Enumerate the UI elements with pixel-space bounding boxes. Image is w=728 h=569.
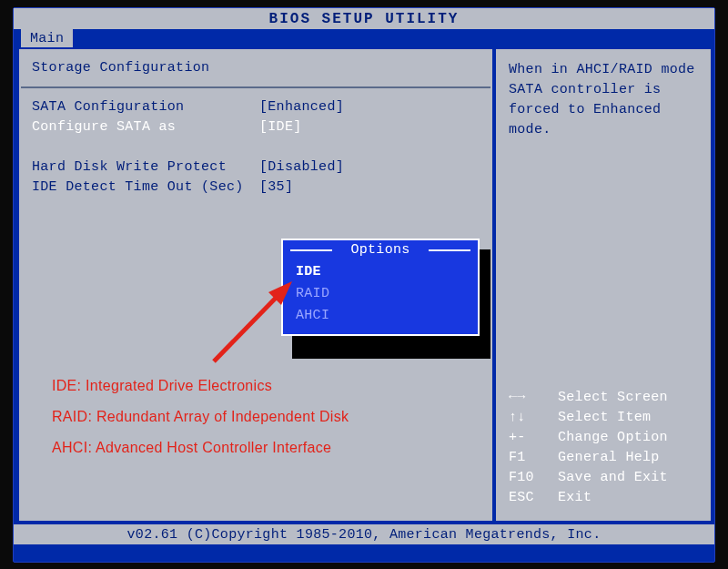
key-symbol: F10 bbox=[509, 468, 558, 488]
tab-label: Main bbox=[30, 31, 64, 46]
key-desc: Select Screen bbox=[558, 388, 668, 408]
row-ide-timeout[interactable]: IDE Detect Time Out (Sec) [35] bbox=[32, 178, 480, 198]
spacer bbox=[32, 137, 480, 157]
tab-main[interactable]: Main bbox=[21, 29, 73, 47]
label-hd-write-protect: Hard Disk Write Protect bbox=[32, 157, 259, 178]
label-ide-timeout: IDE Detect Time Out (Sec) bbox=[32, 178, 259, 198]
title-bar: BIOS SETUP UTILITY bbox=[14, 8, 714, 29]
tab-row: Main bbox=[14, 29, 714, 49]
popup-item-ide[interactable]: IDE bbox=[283, 261, 478, 283]
value-sata-configuration: [Enhanced] bbox=[259, 97, 344, 117]
row-hd-write-protect[interactable]: Hard Disk Write Protect [Disabled] bbox=[32, 157, 480, 178]
row-sata-configuration[interactable]: SATA Configuration [Enhanced] bbox=[32, 97, 480, 117]
bios-screen: BIOS SETUP UTILITY Main Storage Configur… bbox=[13, 7, 715, 563]
value-ide-timeout: [35] bbox=[259, 178, 293, 198]
divider bbox=[21, 86, 490, 88]
popup-title: Options bbox=[283, 240, 478, 261]
value-configure-sata-as: [IDE] bbox=[259, 117, 302, 137]
key-symbol: ←→ bbox=[509, 388, 558, 408]
settings-panel: Storage Configuration SATA Configuration… bbox=[19, 49, 492, 521]
key-change-option: +- Change Option bbox=[509, 428, 702, 448]
key-general-help: F1 General Help bbox=[509, 448, 702, 468]
key-symbol: ESC bbox=[509, 488, 558, 508]
key-exit: ESC Exit bbox=[509, 488, 702, 508]
label-configure-sata-as: Configure SATA as bbox=[32, 117, 259, 137]
key-save-exit: F10 Save and Exit bbox=[509, 468, 702, 488]
key-symbol: +- bbox=[509, 428, 558, 448]
key-symbol: ↑↓ bbox=[509, 408, 558, 428]
popup-box: Options IDE RAID AHCI bbox=[281, 239, 480, 336]
key-desc: Save and Exit bbox=[558, 468, 668, 488]
footer-bar: v02.61 (C)Copyright 1985-2010, American … bbox=[14, 524, 714, 544]
value-hd-write-protect: [Disabled] bbox=[259, 157, 344, 178]
popup-item-ahci[interactable]: AHCI bbox=[283, 305, 478, 327]
popup-item-raid[interactable]: RAID bbox=[283, 283, 478, 305]
work-area: Storage Configuration SATA Configuration… bbox=[19, 49, 709, 521]
key-desc: Change Option bbox=[558, 428, 668, 448]
key-desc: Select Item bbox=[558, 408, 651, 428]
help-panel: When in AHCI/RAID mode SATA controller i… bbox=[496, 49, 711, 521]
key-symbol: F1 bbox=[509, 448, 558, 468]
app-title: BIOS SETUP UTILITY bbox=[269, 11, 460, 27]
key-help: ←→ Select Screen ↑↓ Select Item +- Chang… bbox=[509, 388, 702, 508]
section-title: Storage Configuration bbox=[32, 60, 480, 81]
key-desc: Exit bbox=[558, 488, 592, 508]
row-configure-sata-as[interactable]: Configure SATA as [IDE] bbox=[32, 117, 480, 137]
key-desc: General Help bbox=[558, 448, 660, 468]
key-select-item: ↑↓ Select Item bbox=[509, 408, 702, 428]
key-select-screen: ←→ Select Screen bbox=[509, 388, 702, 408]
label-sata-configuration: SATA Configuration bbox=[32, 97, 259, 117]
options-popup: Options IDE RAID AHCI bbox=[281, 239, 480, 336]
footer-text: v02.61 (C)Copyright 1985-2010, American … bbox=[127, 527, 602, 543]
help-text: When in AHCI/RAID mode SATA controller i… bbox=[509, 60, 698, 140]
